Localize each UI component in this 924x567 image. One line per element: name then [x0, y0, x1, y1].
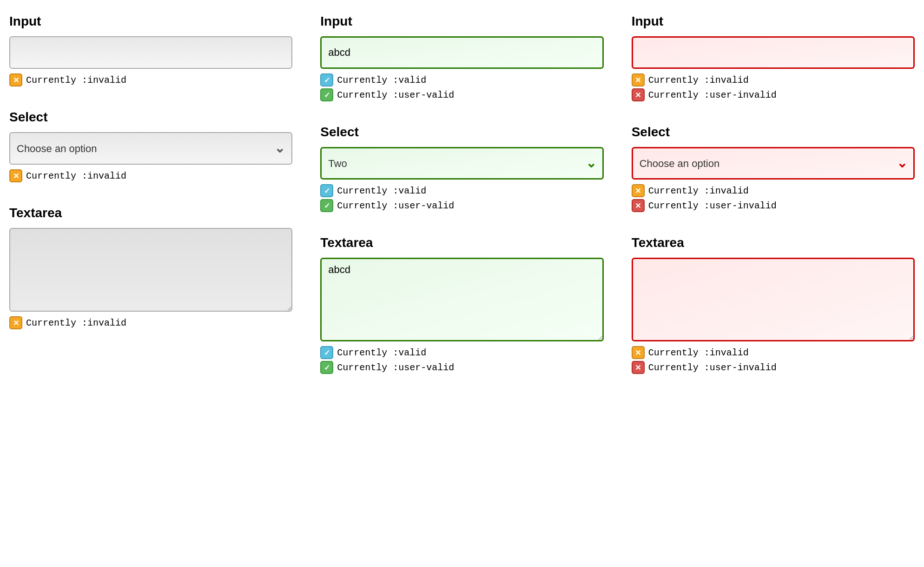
cell-col-valid-input: InputCurrently :validCurrently :user-val… — [320, 14, 603, 101]
status-text: Currently :invalid — [648, 75, 749, 86]
cell-col-valid-textarea: TextareaCurrently :validCurrently :user-… — [320, 235, 603, 374]
section-title-select: Select — [9, 110, 292, 125]
status-item-col-invalid-textarea-0: Currently :invalid — [632, 346, 915, 359]
status-badge-orange — [632, 73, 645, 87]
status-list-col-invalid-select: Currently :invalidCurrently :user-invali… — [632, 184, 915, 212]
status-list-col-valid-input: Currently :validCurrently :user-valid — [320, 73, 603, 101]
status-list-col-neutral-textarea: Currently :invalid — [9, 316, 292, 329]
status-badge-orange — [632, 346, 645, 359]
status-text: Currently :valid — [337, 75, 426, 86]
cell-col-invalid-input: InputCurrently :invalidCurrently :user-i… — [632, 14, 915, 101]
status-badge-red — [632, 88, 645, 101]
cell-col-valid-select: SelectChoose an optionOneTwoThree⌄Curren… — [320, 125, 603, 212]
status-item-col-neutral-textarea-0: Currently :invalid — [9, 316, 292, 329]
status-badge-orange — [632, 184, 645, 197]
status-text: Currently :valid — [337, 347, 426, 358]
status-item-col-invalid-input-1: Currently :user-invalid — [632, 88, 915, 101]
main-grid: InputCurrently :invalidSelectChoose an o… — [9, 14, 915, 374]
status-badge-blue — [320, 184, 333, 197]
select-wrapper-col-neutral: Choose an optionOneTwoThree⌄ — [9, 132, 292, 165]
cell-col-invalid-select: SelectChoose an optionOneTwoThree⌄Curren… — [632, 125, 915, 212]
status-badge-red — [632, 361, 645, 374]
textarea-field-col-invalid[interactable] — [632, 258, 915, 341]
section-title-input: Input — [9, 14, 292, 29]
textarea-field-col-neutral[interactable] — [9, 228, 292, 312]
status-list-col-neutral-select: Currently :invalid — [9, 169, 292, 182]
status-badge-orange — [9, 169, 22, 182]
status-badge-green — [320, 361, 333, 374]
section-title-input: Input — [632, 14, 915, 29]
status-text: Currently :invalid — [648, 347, 749, 358]
status-text: Currently :user-invalid — [648, 362, 777, 373]
status-text: Currently :user-valid — [337, 362, 454, 373]
column-col-valid: InputCurrently :validCurrently :user-val… — [320, 14, 603, 374]
select-wrapper-col-valid: Choose an optionOneTwoThree⌄ — [320, 147, 603, 180]
status-list-col-invalid-textarea: Currently :invalidCurrently :user-invali… — [632, 346, 915, 374]
status-badge-red — [632, 199, 645, 212]
status-item-col-valid-textarea-1: Currently :user-valid — [320, 361, 603, 374]
status-text: Currently :user-valid — [337, 90, 454, 100]
column-col-neutral: InputCurrently :invalidSelectChoose an o… — [9, 14, 292, 374]
status-item-col-invalid-select-0: Currently :invalid — [632, 184, 915, 197]
cell-col-invalid-textarea: TextareaCurrently :invalidCurrently :use… — [632, 235, 915, 374]
select-field-col-invalid[interactable]: Choose an optionOneTwoThree — [632, 147, 915, 180]
cell-col-neutral-select: SelectChoose an optionOneTwoThree⌄Curren… — [9, 110, 292, 182]
status-item-col-neutral-input-0: Currently :invalid — [9, 73, 292, 87]
status-item-col-valid-input-1: Currently :user-valid — [320, 88, 603, 101]
input-field-col-valid[interactable] — [320, 36, 603, 69]
status-text: Currently :invalid — [26, 171, 126, 181]
status-item-col-valid-select-1: Currently :user-valid — [320, 199, 603, 212]
status-list-col-neutral-input: Currently :invalid — [9, 73, 292, 87]
status-item-col-invalid-input-0: Currently :invalid — [632, 73, 915, 87]
status-list-col-valid-select: Currently :validCurrently :user-valid — [320, 184, 603, 212]
status-text: Currently :invalid — [26, 318, 126, 328]
status-item-col-valid-input-0: Currently :valid — [320, 73, 603, 87]
select-field-col-neutral[interactable]: Choose an optionOneTwoThree — [9, 132, 292, 165]
status-badge-blue — [320, 346, 333, 359]
section-title-select: Select — [320, 125, 603, 140]
status-list-col-valid-textarea: Currently :validCurrently :user-valid — [320, 346, 603, 374]
status-item-col-neutral-select-0: Currently :invalid — [9, 169, 292, 182]
status-list-col-invalid-input: Currently :invalidCurrently :user-invali… — [632, 73, 915, 101]
status-text: Currently :user-invalid — [648, 90, 777, 100]
textarea-field-col-valid[interactable] — [320, 258, 603, 341]
status-badge-blue — [320, 73, 333, 87]
section-title-textarea: Textarea — [9, 206, 292, 220]
status-item-col-invalid-textarea-1: Currently :user-invalid — [632, 361, 915, 374]
status-text: Currently :invalid — [648, 186, 749, 196]
status-text: Currently :user-invalid — [648, 200, 777, 211]
status-text: Currently :user-valid — [337, 200, 454, 211]
status-badge-orange — [9, 73, 22, 87]
input-field-col-neutral[interactable] — [9, 36, 292, 69]
cell-col-neutral-textarea: TextareaCurrently :invalid — [9, 206, 292, 329]
status-badge-green — [320, 88, 333, 101]
section-title-textarea: Textarea — [632, 235, 915, 250]
column-col-invalid: InputCurrently :invalidCurrently :user-i… — [632, 14, 915, 374]
status-item-col-valid-select-0: Currently :valid — [320, 184, 603, 197]
cell-col-neutral-input: InputCurrently :invalid — [9, 14, 292, 87]
section-title-input: Input — [320, 14, 603, 29]
select-field-col-valid[interactable]: Choose an optionOneTwoThree — [320, 147, 603, 180]
status-text: Currently :valid — [337, 186, 426, 196]
input-field-col-invalid[interactable] — [632, 36, 915, 69]
select-wrapper-col-invalid: Choose an optionOneTwoThree⌄ — [632, 147, 915, 180]
section-title-textarea: Textarea — [320, 235, 603, 250]
status-badge-orange — [9, 316, 22, 329]
status-badge-green — [320, 199, 333, 212]
status-item-col-invalid-select-1: Currently :user-invalid — [632, 199, 915, 212]
section-title-select: Select — [632, 125, 915, 140]
status-text: Currently :invalid — [26, 75, 126, 86]
status-item-col-valid-textarea-0: Currently :valid — [320, 346, 603, 359]
